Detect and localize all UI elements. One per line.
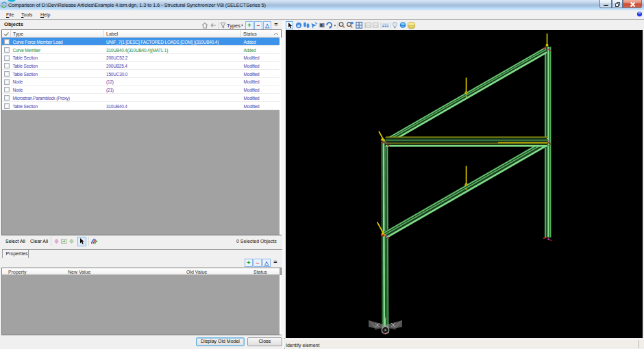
- svg-text:Types: Types: [227, 23, 240, 29]
